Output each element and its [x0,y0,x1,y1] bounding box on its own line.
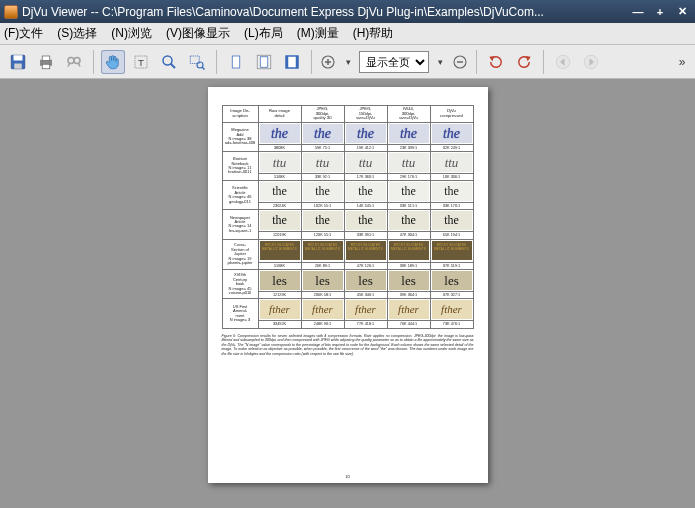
row-label: ScientificArticleN image= 46geology-011 [222,181,258,210]
table-row: 12129K206K 58:145K 346:139K 364:137K 327… [222,292,473,299]
sample-cell: ROCKY SILICATES METALLIC ELEMENTS [344,239,387,263]
document-viewport[interactable]: Image De-scriptionRaw imagedetailJPEG,30… [0,79,695,508]
menu-view[interactable]: (V)图像显示 [166,25,230,42]
svg-rect-19 [260,56,268,67]
sample-cell: the [344,210,387,232]
svg-rect-2 [14,63,22,68]
menu-file[interactable]: (F)文件 [4,25,43,42]
sample-cell: ROCKY SILICATES METALLIC ELEMENTS [430,239,473,263]
toolbar-overflow-icon[interactable]: » [675,52,689,72]
find-button[interactable] [62,50,86,74]
continuous-page-button[interactable] [252,50,276,74]
row-label: NewspaperArticleN image= 14les-square-1 [222,210,258,239]
value-cell: 120K 55:1 [301,232,344,239]
value-cell: 26K 89:1 [301,263,344,270]
facing-page-button[interactable] [280,50,304,74]
table-row: 23024K102K 55:114K 545:133K 511:133K 170… [222,203,473,210]
value-cell: 206K 58:1 [301,292,344,299]
value-cell: 23024K [258,203,301,210]
value-cell: 19K 412:1 [344,144,387,151]
sample-cell: the [258,181,301,203]
menu-select[interactable]: (S)选择 [57,25,97,42]
close-button[interactable]: ✕ [673,4,691,19]
value-cell: 3808K [258,144,301,151]
figure-caption: Figure 5: Compression results for seven … [222,334,474,356]
sample-cell: the [344,122,387,144]
sample-cell: the [387,210,430,232]
value-cell: 29K 176:1 [387,174,430,181]
save-button[interactable] [6,50,30,74]
sample-cell: the [430,181,473,203]
toolbar: T ▾ 显示全页 ▾ » [0,45,695,79]
svg-line-16 [202,67,204,69]
sample-cell: fther [430,299,473,321]
row-label: XVIIIthCenturybookN image= 45cuisine-p01… [222,270,258,299]
svg-point-7 [74,57,80,63]
row-label: BrattainNotebookN image= 11brattain-0011 [222,152,258,181]
table-header: JPEG,300dpi,quality 30 [301,106,344,123]
rotate-left-button[interactable] [484,50,508,74]
sample-cell: the [258,122,301,144]
table-row: Cross-Section ofJupiterN image= 19planet… [222,239,473,263]
zoom-select-menu-icon[interactable]: ▾ [433,52,447,72]
next-page-button[interactable] [579,50,603,74]
table-row: 12019K120K 55:133K 391:147K 304:165K 194… [222,232,473,239]
pan-tool-button[interactable] [101,50,125,74]
menu-bar: (F)文件 (S)选择 (N)浏览 (V)图像显示 (L)布局 (M)测量 (H… [0,23,695,45]
svg-marker-28 [526,56,531,61]
sample-cell: fther [301,299,344,321]
svg-text:T: T [138,56,144,67]
svg-rect-1 [14,55,23,60]
sample-cell: les [387,270,430,292]
value-cell: 33K 92:1 [301,174,344,181]
sample-cell: the [301,122,344,144]
menu-layout[interactable]: (L)布局 [244,25,283,42]
value-cell: 33492K [258,321,301,328]
row-label: US FirstAmend-mentN image= 3 [222,299,258,328]
value-cell: 5168K [258,174,301,181]
sample-cell: the [301,210,344,232]
zoom-in-button[interactable] [319,50,337,74]
menu-measure[interactable]: (M)测量 [297,25,339,42]
prev-page-button[interactable] [551,50,575,74]
value-cell: 47K 304:1 [387,232,430,239]
svg-rect-5 [42,64,50,69]
maximize-button[interactable]: + [651,4,669,19]
print-button[interactable] [34,50,58,74]
value-cell: 33K 511:1 [387,203,430,210]
sample-cell: the [430,210,473,232]
app-icon [4,5,18,19]
value-cell: 102K 55:1 [301,203,344,210]
table-header: Image De-scription [222,106,258,123]
sample-cell: the [258,210,301,232]
marquee-zoom-button[interactable] [185,50,209,74]
value-cell: 33K 391:1 [344,232,387,239]
value-cell: 17K 360:1 [344,174,387,181]
window-title: DjVu Viewer -- C:\Program Files\Caminova… [22,5,625,19]
value-cell: 32K 249:1 [430,144,473,151]
zoom-out-button[interactable] [451,50,469,74]
table-header: Raw imagedetail [258,106,301,123]
zoom-select[interactable]: 显示全页 [359,51,429,73]
menu-help[interactable]: (H)帮助 [353,25,394,42]
menu-browse[interactable]: (N)浏览 [111,25,152,42]
table-row: US FirstAmend-mentN image= 3ftherftherft… [222,299,473,321]
svg-rect-21 [288,56,296,67]
sample-cell: ttu [258,152,301,174]
value-cell: 23K 339:1 [387,144,430,151]
sample-cell: the [387,181,430,203]
svg-line-13 [171,63,176,68]
text-select-button[interactable]: T [129,50,153,74]
table-header: DjVucompressed [430,106,473,123]
sample-cell: ROCKY SILICATES METALLIC ELEMENTS [301,239,344,263]
value-cell: 12019K [258,232,301,239]
sample-cell: fther [258,299,301,321]
zoom-in-menu-icon[interactable]: ▾ [341,52,355,72]
value-cell: 30K 189:1 [387,263,430,270]
sample-cell: ROCKY SILICATES METALLIC ELEMENTS [387,239,430,263]
single-page-button[interactable] [224,50,248,74]
zoom-tool-button[interactable] [157,50,181,74]
minimize-button[interactable]: — [629,4,647,19]
value-cell: 248K 90:1 [301,321,344,328]
rotate-right-button[interactable] [512,50,536,74]
